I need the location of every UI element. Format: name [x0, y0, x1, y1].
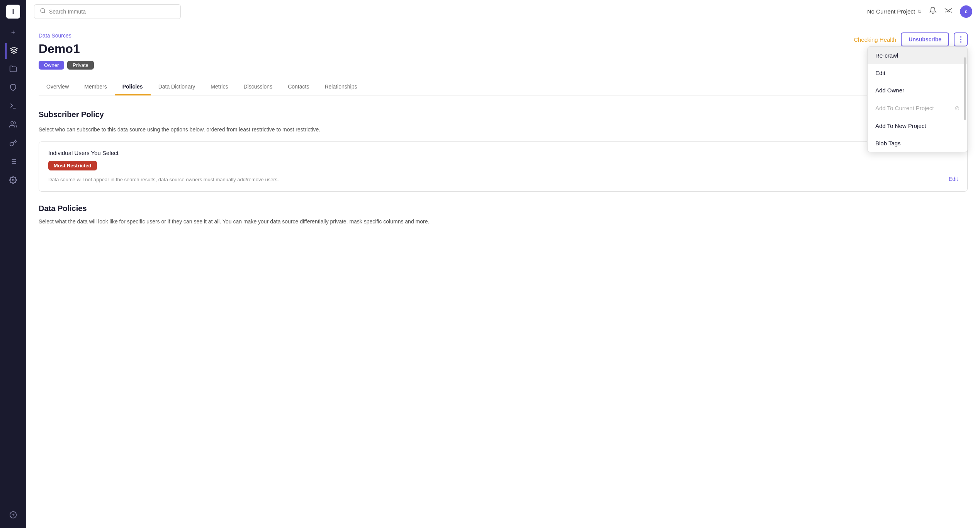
avatar[interactable]: c — [960, 5, 972, 18]
sidebar-item-plus-circle[interactable] — [5, 508, 21, 523]
sidebar-item-shield[interactable] — [5, 80, 21, 96]
topbar-right: No Current Project ⇅ c — [867, 5, 972, 18]
key-icon — [9, 139, 17, 149]
sidebar-item-key[interactable] — [5, 136, 21, 152]
most-restricted-badge: Most Restricted — [48, 161, 97, 170]
svg-marker-0 — [10, 47, 17, 50]
checking-health-label: Checking Health — [854, 36, 896, 43]
shield-icon — [9, 83, 17, 93]
tab-policies[interactable]: Policies — [115, 79, 151, 95]
notification-bell-icon[interactable] — [929, 7, 937, 16]
layers-icon — [10, 46, 18, 56]
dropdown-item-recrawl[interactable]: Re-crawl — [868, 47, 967, 64]
sidebar-item-users[interactable] — [5, 118, 21, 133]
dropdown-item-add-to-current-project: Add To Current Project ⊘ — [868, 99, 967, 117]
sidebar: I + — [0, 0, 26, 528]
folder-icon — [9, 65, 17, 75]
sidebar-item-add[interactable]: + — [5, 25, 21, 40]
edit-policy-link[interactable]: Edit — [949, 176, 958, 182]
private-badge: Private — [67, 61, 93, 70]
sidebar-item-folder[interactable] — [5, 62, 21, 77]
project-label: No Current Project — [867, 8, 915, 15]
tab-discussions[interactable]: Discussions — [236, 79, 280, 95]
sidebar-item-settings[interactable] — [5, 173, 21, 189]
dropdown-scrollbar[interactable] — [964, 57, 966, 120]
sidebar-item-list[interactable] — [5, 155, 21, 170]
dropdown-item-add-to-new-project[interactable]: Add To New Project — [868, 117, 967, 135]
settings-icon — [9, 176, 17, 186]
data-policies-desc: Select what the data will look like for … — [39, 218, 968, 226]
svg-point-13 — [41, 9, 45, 13]
users-icon — [9, 121, 17, 130]
chevron-up-down-icon: ⇅ — [917, 9, 921, 14]
dropdown-menu: Re-crawl Edit Add Owner Add To Current P… — [867, 46, 968, 152]
search-icon — [40, 8, 46, 15]
svg-point-9 — [12, 179, 14, 181]
subscriber-policy-title: Subscriber Policy — [39, 110, 104, 119]
project-selector[interactable]: No Current Project ⇅ — [867, 8, 921, 15]
policy-card-title: Individual Users You Select — [48, 150, 958, 156]
page-header-actions: Checking Health Unsubscribe ⋮ — [854, 32, 968, 46]
search-input[interactable] — [49, 9, 175, 15]
tab-relationships[interactable]: Relationships — [317, 79, 365, 95]
svg-line-14 — [44, 12, 45, 13]
data-policies-title: Data Policies — [39, 204, 968, 213]
policy-card-description: Data source will not appear in the searc… — [48, 176, 279, 184]
disabled-circle-icon: ⊘ — [955, 104, 960, 112]
topbar: No Current Project ⇅ c — [26, 0, 980, 23]
terminal-icon — [9, 102, 17, 112]
policy-card-footer: Data source will not appear in the searc… — [48, 176, 958, 184]
subscriber-policy-header: Subscriber Policy Apply Existing — [39, 108, 968, 121]
plus-circle-icon — [9, 511, 17, 521]
list-icon — [9, 158, 17, 167]
dropdown-item-edit[interactable]: Edit — [868, 64, 967, 82]
tab-members[interactable]: Members — [76, 79, 114, 95]
tab-contacts[interactable]: Contacts — [280, 79, 317, 95]
add-icon: + — [11, 29, 15, 37]
subscriber-policy-desc: Select who can subscribe to this data so… — [39, 126, 968, 134]
sidebar-item-terminal[interactable] — [5, 99, 21, 114]
unsubscribe-button[interactable]: Unsubscribe — [901, 32, 949, 46]
tab-metrics[interactable]: Metrics — [203, 79, 236, 95]
tabs: Overview Members Policies Data Dictionar… — [39, 79, 968, 95]
search-box[interactable] — [34, 4, 181, 19]
sidebar-logo[interactable]: I — [6, 5, 20, 19]
svg-point-2 — [11, 121, 14, 124]
main-content: No Current Project ⇅ c Check — [26, 0, 980, 528]
page-title: Demo1 — [39, 42, 968, 56]
tab-data-dictionary[interactable]: Data Dictionary — [151, 79, 203, 95]
tab-overview[interactable]: Overview — [39, 79, 76, 95]
policy-card: Individual Users You Select Most Restric… — [39, 141, 968, 192]
add-to-current-project-label: Add To Current Project — [875, 105, 934, 111]
badge-row: Owner Private — [39, 61, 968, 70]
breadcrumb[interactable]: Data Sources — [39, 32, 968, 39]
dropdown-item-add-owner[interactable]: Add Owner — [868, 82, 967, 99]
page: Checking Health Unsubscribe ⋮ Data Sourc… — [26, 23, 980, 528]
dropdown-item-blob-tags[interactable]: Blob Tags — [868, 135, 967, 152]
more-options-button[interactable]: ⋮ — [954, 32, 968, 46]
owner-badge: Owner — [39, 61, 64, 70]
sidebar-item-layers[interactable] — [5, 43, 21, 59]
broadcast-icon[interactable] — [944, 7, 952, 16]
